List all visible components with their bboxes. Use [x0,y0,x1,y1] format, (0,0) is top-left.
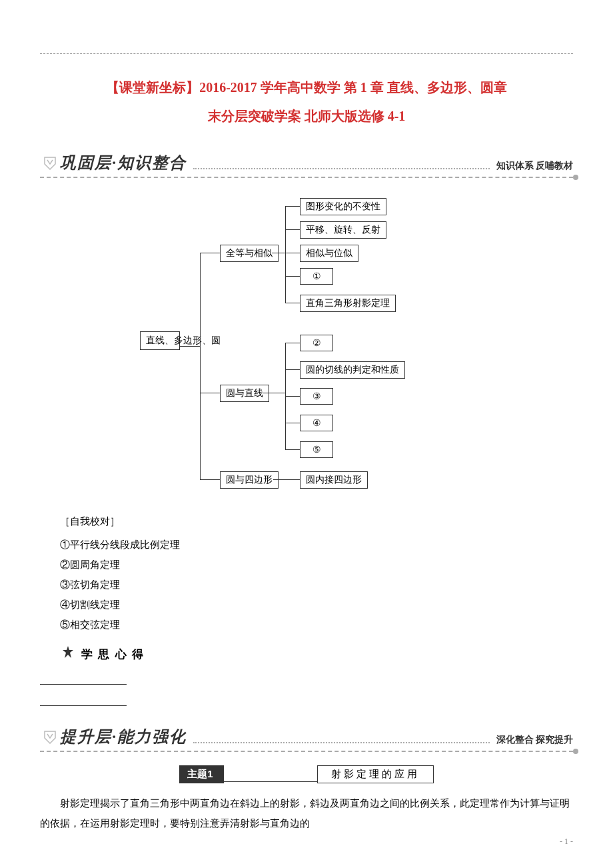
study-reflection-text: 学 思 心 得 [81,647,145,662]
section1-dots [193,168,490,169]
answer-item-2: ②圆周角定理 [60,555,573,575]
page-number: - 1 - [560,837,573,847]
answer-item-4: ④切割线定理 [60,595,573,615]
diagram-b1-item3: ① [300,268,333,285]
topic-row: 主题1 射影定理的应用 [40,765,573,783]
study-reflection-header: 学 思 心 得 [60,645,573,663]
diagram-b2-item4: ⑤ [300,441,333,458]
down-arrow-icon [40,153,60,173]
section2-title: 提升层·能力强化 [60,726,187,747]
section2-underline [40,751,573,752]
section2-right-label: 深化整合 探究提升 [496,734,574,747]
section1-header: 巩固层·知识整合 知识体系 反哺教材 [40,152,573,173]
body-paragraph: 射影定理揭示了直角三角形中两直角边在斜边上的射影，斜边及两直角边之间的比例关系，… [40,793,573,833]
blank-line-2 [40,691,127,706]
diagram-b1-item0: 图形变化的不变性 [300,198,386,215]
topic-badge: 主题1 [179,765,223,783]
document-title-line1: 【课堂新坐标】2016-2017 学年高中数学 第 1 章 直线、多边形、圆章 [40,74,573,101]
section1-title: 巩固层·知识整合 [60,152,187,173]
section2-dots [193,742,490,743]
answers-block: ［自我校对］ ①平行线分线段成比例定理 ②圆周角定理 ③弦切角定理 ④切割线定理… [60,511,573,635]
document-title-line2: 末分层突破学案 北师大版选修 4-1 [40,107,573,125]
lamp-icon [60,645,76,663]
section1-underline [40,177,573,178]
top-divider [40,53,573,54]
diagram-b2-item1: 圆的切线的判定和性质 [300,361,405,379]
diagram-b2-item0: ② [300,335,333,351]
blank-line-1 [40,670,127,685]
topic-label: 射影定理的应用 [317,765,434,783]
answer-item-5: ⑤相交弦定理 [60,615,573,635]
diagram-root: 直线、多边形、圆 [140,331,180,350]
answer-item-1: ①平行线分线段成比例定理 [60,535,573,555]
diagram-branch1: 全等与相似 [220,245,279,262]
answers-header: ［自我校对］ [60,511,573,531]
diagram-branch2: 圆与直线 [220,385,269,402]
diagram-b2-item2: ③ [300,388,333,405]
down-arrow-icon [40,727,60,747]
knowledge-diagram: 直线、多边形、圆 全等与相似 圆与直线 圆与四边形 图形变化的不变性 平移、旋转… [140,198,473,491]
diagram-branch3: 圆与四边形 [220,471,279,489]
diagram-b3-item0: 圆内接四边形 [300,471,368,489]
diagram-b2-item3: ④ [300,415,333,431]
diagram-b1-item2: 相似与位似 [300,245,358,262]
section2-header: 提升层·能力强化 深化整合 探究提升 [40,726,573,747]
diagram-b1-item1: 平移、旋转、反射 [300,221,386,239]
section1-right-label: 知识体系 反哺教材 [496,160,574,173]
topic-connector [224,781,317,782]
diagram-b1-item4: 直角三角形射影定理 [300,295,396,312]
answer-item-3: ③弦切角定理 [60,575,573,595]
